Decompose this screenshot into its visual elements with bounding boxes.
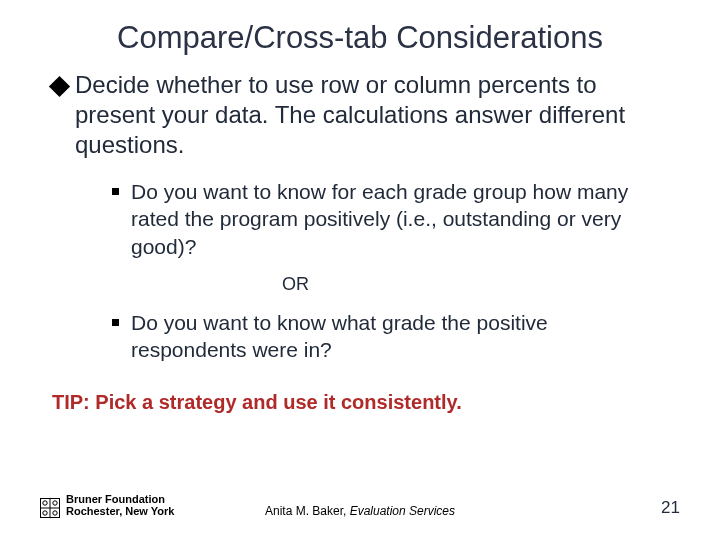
- main-bullet-lead: Decide: [75, 71, 150, 98]
- sub-bullet-b-text: Do you want to know what grade the posit…: [131, 309, 668, 364]
- sub-bullet-a-text: Do you want to know for each grade group…: [131, 178, 668, 260]
- sub-bullet-b: Do you want to know what grade the posit…: [112, 309, 668, 364]
- or-separator: OR: [282, 274, 668, 295]
- sub-bullet-a: Do you want to know for each grade group…: [112, 178, 668, 260]
- slide-title: Compare/Cross-tab Considerations: [52, 20, 668, 56]
- sub-bullet-list-2: Do you want to know what grade the posit…: [112, 309, 668, 364]
- main-bullet-rest: whether to use row or column percents to…: [75, 71, 625, 158]
- main-bullet-text: Decide whether to use row or column perc…: [75, 70, 668, 160]
- sub-bullet-list: Do you want to know for each grade group…: [112, 178, 668, 260]
- diamond-bullet-icon: [49, 76, 70, 97]
- square-bullet-icon: [112, 319, 119, 326]
- footer-service: Evaluation Services: [350, 504, 455, 518]
- slide: Compare/Cross-tab Considerations Decide …: [0, 0, 720, 540]
- footer-center: Anita M. Baker, Evaluation Services: [40, 504, 680, 518]
- tip-line: TIP: Pick a strategy and use it consiste…: [52, 391, 668, 414]
- main-bullet: Decide whether to use row or column perc…: [52, 70, 668, 160]
- square-bullet-icon: [112, 188, 119, 195]
- footer-author: Anita M. Baker,: [265, 504, 350, 518]
- footer: Bruner Foundation Rochester, New York An…: [40, 493, 680, 518]
